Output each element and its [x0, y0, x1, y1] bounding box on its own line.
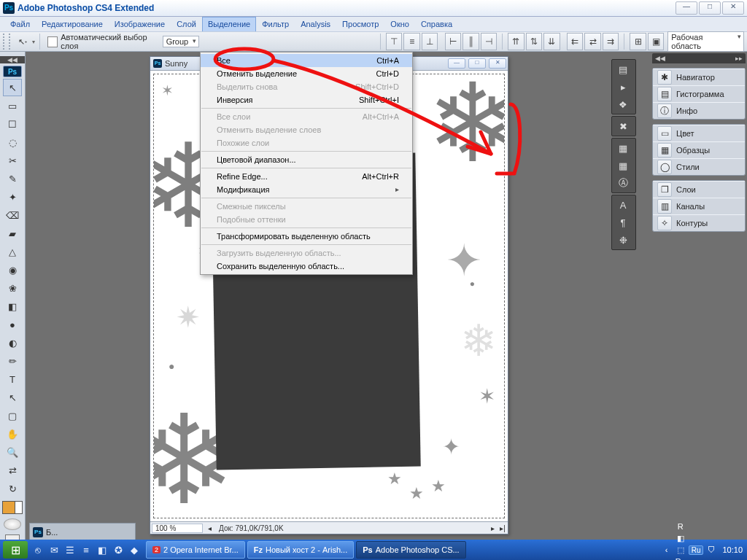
taskbar-button[interactable]: Ps Adobe Photoshop CS... — [356, 541, 465, 559]
foreground-color-swatch[interactable] — [2, 501, 15, 514]
distribute-vcenter-icon[interactable]: ⇅ — [526, 33, 542, 50]
panel-инфо[interactable]: ⓘИнфо — [653, 102, 745, 119]
auto-align-icon[interactable]: ⊞ — [630, 33, 646, 50]
tray-icon[interactable]: R — [675, 521, 686, 532]
status-menu-arrow[interactable]: ▸| — [498, 524, 508, 532]
language-indicator[interactable]: Ru — [689, 545, 704, 555]
taskbar-clock[interactable]: 10:10 — [722, 545, 743, 554]
tray-icon[interactable]: ◧ — [675, 532, 686, 544]
dock-icon[interactable]: ✖ — [614, 118, 632, 134]
tray-icon[interactable]: Ru — [675, 556, 686, 560]
auto-select-target-dropdown[interactable]: Group — [163, 36, 200, 47]
close-button[interactable]: ✕ — [722, 1, 744, 15]
tool-13[interactable]: ● — [3, 316, 22, 333]
align-left-icon[interactable]: ⊢ — [445, 33, 461, 50]
menuitem-трансформировать-выделенную-область[interactable]: Трансформировать выделенную область — [201, 230, 412, 243]
menu-изображение[interactable]: Изображение — [109, 17, 171, 31]
workspace-icon[interactable]: ▣ — [648, 33, 664, 50]
quicklaunch-icon[interactable]: ◧ — [95, 542, 109, 557]
tool-3[interactable]: ◌ — [3, 133, 22, 151]
menu-analysis[interactable]: Analysis — [295, 17, 336, 31]
align-bottom-icon[interactable]: ⊥ — [422, 33, 438, 50]
quick-mask-toggle[interactable] — [4, 518, 21, 530]
workspace-dropdown[interactable]: Рабочая область — [667, 31, 744, 52]
tool-6[interactable]: ✦ — [3, 188, 22, 206]
panel-навигатор[interactable]: ✱Навигатор — [653, 69, 745, 85]
tool-22[interactable]: ↻ — [3, 480, 22, 497]
tool-20[interactable]: 🔍 — [3, 443, 22, 461]
distribute-left-icon[interactable]: ⇇ — [567, 33, 583, 50]
dock-icon[interactable]: Ⓐ — [614, 175, 632, 191]
panel-каналы[interactable]: ▥Каналы — [653, 198, 745, 214]
options-handle[interactable] — [3, 34, 10, 50]
minimize-button[interactable]: — — [676, 1, 697, 15]
align-vcenter-icon[interactable]: ≡ — [403, 33, 419, 50]
tool-8[interactable]: ▰ — [3, 225, 22, 242]
panel-образцы[interactable]: ▦Образцы — [653, 141, 745, 158]
auto-select-checkbox[interactable] — [47, 36, 58, 47]
quicklaunch-icon[interactable]: ☰ — [63, 542, 77, 557]
quicklaunch-icon[interactable]: ⎋ — [31, 542, 45, 557]
tray-icon[interactable]: ⬚ — [675, 544, 686, 556]
menu-выделение[interactable]: Выделение — [202, 17, 256, 31]
dock-icon[interactable]: ▤ — [614, 61, 632, 77]
toolbox-tab[interactable]: ◀◀ — [0, 56, 25, 63]
distribute-bottom-icon[interactable]: ⇊ — [543, 33, 560, 50]
distribute-hcenter-icon[interactable]: ⇄ — [584, 33, 600, 50]
tool-16[interactable]: T — [3, 370, 22, 388]
zoom-field[interactable]: 100 % — [152, 524, 203, 533]
tool-15[interactable]: ✏ — [3, 352, 22, 370]
menuitem-refine-edge-[interactable]: Refine Edge...Alt+Ctrl+R — [201, 170, 412, 183]
menuitem-отменить-выделение[interactable]: Отменить выделениеCtrl+D — [201, 67, 412, 80]
dock-icon[interactable]: ▸ — [614, 79, 632, 95]
maximize-button[interactable]: □ — [699, 1, 721, 15]
quicklaunch-icon[interactable]: ≡ — [79, 542, 93, 557]
tool-19[interactable]: ✋ — [3, 425, 22, 443]
panel-header[interactable]: ◀◀▸▸ — [652, 53, 746, 63]
panel-стили[interactable]: ◯Стили — [653, 158, 745, 175]
distribute-top-icon[interactable]: ⇈ — [508, 33, 524, 50]
quicklaunch-icon[interactable]: ✪ — [111, 542, 125, 557]
menuitem-все[interactable]: ВсеCtrl+A — [201, 54, 412, 67]
tool-0[interactable]: ↖ — [3, 79, 22, 96]
status-left-arrow[interactable]: ◂ — [204, 524, 214, 532]
dock-icon[interactable]: ❖ — [614, 96, 632, 112]
ps-mode-icon[interactable]: Ps — [3, 66, 22, 77]
tool-14[interactable]: ◐ — [3, 334, 22, 351]
dock-icon[interactable]: A — [614, 197, 632, 213]
start-button[interactable]: ⊞ — [3, 541, 28, 559]
tool-21[interactable]: ⇄ — [3, 462, 22, 479]
distribute-right-icon[interactable]: ⇉ — [603, 33, 619, 50]
menu-фильтр[interactable]: Фильтр — [256, 17, 295, 31]
dock-icon[interactable]: ▦ — [614, 140, 632, 156]
dock-icon[interactable]: ❉ — [614, 232, 632, 248]
dock-icon[interactable]: ¶ — [614, 214, 632, 230]
quicklaunch-icon[interactable]: ✉ — [47, 542, 61, 557]
tool-18[interactable]: ▢ — [3, 407, 22, 424]
menuitem-модификация[interactable]: Модификация — [201, 183, 412, 196]
dock-icon[interactable]: ▦ — [614, 158, 632, 174]
tool-7[interactable]: ⌫ — [3, 206, 22, 224]
quicklaunch-icon[interactable]: ◆ — [127, 542, 142, 557]
tool-12[interactable]: ◧ — [3, 298, 22, 315]
tray-volume-icon[interactable]: ⛉ — [705, 544, 717, 556]
menu-файл[interactable]: Файл — [4, 17, 36, 31]
tool-2[interactable]: ☐ — [3, 115, 22, 133]
tool-17[interactable]: ↖ — [3, 389, 22, 406]
tool-9[interactable]: △ — [3, 243, 22, 260]
menu-редактирование[interactable]: Редактирование — [36, 17, 109, 31]
panel-слои[interactable]: ❐Слои — [653, 181, 745, 198]
menuitem-сохранить-выделенную-область-[interactable]: Сохранить выделенную область... — [201, 260, 412, 273]
menu-окно[interactable]: Окно — [384, 17, 415, 31]
menu-слой[interactable]: Слой — [171, 17, 202, 31]
align-right-icon[interactable]: ⊣ — [481, 33, 497, 50]
tool-11[interactable]: ❀ — [3, 279, 22, 297]
tool-5[interactable]: ✎ — [3, 170, 22, 187]
panel-гистограмма[interactable]: ▤Гистограмма — [653, 85, 745, 102]
status-right-arrow[interactable]: ▸ — [487, 524, 498, 532]
tool-4[interactable]: ✂ — [3, 152, 22, 169]
menuitem-инверсия[interactable]: ИнверсияShift+Ctrl+I — [201, 93, 412, 106]
panel-цвет[interactable]: ▭Цвет — [653, 125, 745, 141]
menu-справка[interactable]: Справка — [415, 17, 458, 31]
tool-1[interactable]: ▭ — [3, 97, 22, 114]
